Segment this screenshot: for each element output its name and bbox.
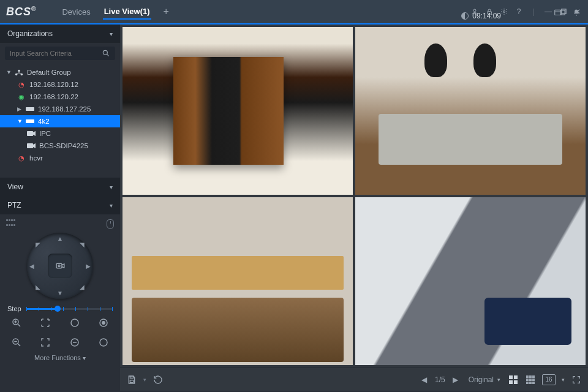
svg-point-17 [71, 319, 78, 326]
svg-rect-13 [27, 143, 33, 148]
tree-device[interactable]: ◔ 192.168.120.12 [0, 78, 120, 91]
tree-device[interactable]: ◔ hcvr [0, 152, 120, 164]
svg-rect-5 [555, 10, 562, 15]
save-icon[interactable] [126, 374, 137, 385]
zoom-out-icon[interactable] [10, 336, 23, 349]
svg-rect-35 [526, 382, 529, 384]
video-tile-2[interactable] [355, 27, 586, 195]
layout-4-icon[interactable] [508, 374, 519, 385]
ptz-left-icon[interactable]: ◀ [29, 263, 34, 270]
aux-off-icon[interactable] [97, 336, 110, 349]
svg-rect-14 [56, 263, 62, 268]
aux-on-icon[interactable] [97, 316, 110, 330]
video-tile-1[interactable] [123, 27, 353, 195]
tab-add[interactable]: + [162, 4, 170, 20]
ptz-header[interactable]: PTZ ▾ [0, 196, 120, 214]
search-input[interactable] [10, 50, 102, 57]
tab-devices[interactable]: Devices [61, 5, 91, 19]
caret-right-icon: ▶ [17, 106, 22, 112]
search-box[interactable] [5, 47, 115, 60]
camera-icon [27, 141, 36, 150]
view-header[interactable]: View ▾ [0, 178, 120, 196]
svg-point-15 [58, 265, 60, 267]
svg-rect-11 [26, 119, 34, 123]
focus-far-icon[interactable] [39, 336, 52, 349]
divider-icon: | [529, 7, 538, 16]
tree-label: 192.168.120.22 [29, 93, 78, 100]
ptz-preset-grid-icon[interactable] [6, 219, 17, 228]
chevron-down-icon[interactable]: ▾ [562, 377, 565, 383]
ptz-down-icon[interactable]: ▼ [57, 290, 63, 296]
more-functions[interactable]: More Functions ▾ [6, 354, 114, 366]
aspect-ratio-label: Original [469, 375, 494, 384]
step-slider[interactable] [26, 308, 113, 310]
page-next-icon[interactable]: ▶ [450, 374, 461, 385]
minimize-icon[interactable]: — [544, 7, 552, 16]
svg-rect-30 [529, 375, 532, 378]
tree-channel[interactable]: IPC [0, 127, 120, 140]
ptz-se-icon[interactable]: ◢ [80, 284, 85, 290]
nvr-icon [26, 117, 34, 126]
layout-toggle-icon[interactable] [552, 7, 564, 18]
tree-default-group[interactable]: ▼ Default Group [0, 66, 120, 78]
svg-rect-27 [509, 380, 513, 384]
svg-rect-36 [529, 382, 532, 384]
search-icon[interactable] [102, 49, 110, 58]
refresh-icon[interactable] [153, 374, 164, 385]
fullscreen-icon[interactable] [571, 374, 582, 385]
ptz-wheel[interactable]: ▲ ▼ ◀ ▶ ◥ ◤ ◢ ◣ [27, 233, 93, 299]
focus-near-icon[interactable] [39, 316, 52, 330]
mouse-control-icon[interactable] [107, 219, 114, 229]
video-tile-4[interactable] [355, 197, 586, 365]
chevron-down-icon: ▾ [497, 377, 500, 383]
svg-rect-33 [529, 379, 532, 381]
svg-rect-10 [26, 107, 34, 111]
iris-close-icon[interactable] [68, 336, 81, 349]
ptz-right-icon[interactable]: ▶ [86, 263, 91, 270]
tree-4k2[interactable]: ▼ 4k2 [0, 115, 120, 127]
svg-rect-29 [526, 375, 529, 378]
ptz-panel: ▲ ▼ ◀ ▶ ◥ ◤ ◢ ◣ Step [0, 214, 120, 370]
video-tile-3[interactable] [123, 197, 353, 365]
help-icon[interactable]: ? [514, 7, 523, 16]
ptz-ne-icon[interactable]: ◥ [80, 241, 85, 248]
ptz-sw-icon[interactable]: ◣ [36, 284, 40, 290]
page-indicator: 1/5 [435, 375, 445, 384]
clock: 09:14:09 [461, 12, 501, 20]
chevron-down-icon[interactable]: ▾ [143, 377, 146, 383]
status-offline-icon: ◔ [17, 80, 26, 89]
bell-icon[interactable] [571, 7, 582, 18]
chevron-down-icon: ▾ [110, 202, 113, 209]
svg-point-6 [103, 50, 107, 55]
tree-device[interactable]: ◉ 192.168.120.22 [0, 91, 120, 103]
tree-channel[interactable]: BCS-SDIP4225 [0, 140, 120, 152]
tab-live-view[interactable]: Live View(1) [103, 4, 151, 20]
chevron-down-icon: ▾ [110, 184, 113, 190]
tree-label: 192.168.127.225 [38, 105, 91, 113]
iris-open-icon[interactable] [68, 316, 81, 330]
ptz-nw-icon[interactable]: ◤ [36, 241, 40, 248]
view-label: View [7, 183, 23, 191]
tree-label: hcvr [29, 154, 43, 162]
aspect-ratio-select[interactable]: Original ▾ [469, 375, 500, 384]
svg-rect-24 [130, 380, 133, 382]
layout-custom-button[interactable]: 16 [542, 374, 556, 385]
caret-down-icon: ▼ [6, 69, 11, 75]
svg-rect-37 [532, 382, 535, 384]
sidebar: Organizations ▾ ▼ Default Group ◔ 192.16… [0, 24, 120, 368]
tree-label: 4k2 [38, 118, 50, 125]
svg-rect-23 [130, 376, 133, 378]
tree-nvr[interactable]: ▶ 192.168.127.225 [0, 103, 120, 115]
page-prev-icon[interactable]: ◀ [419, 374, 430, 385]
svg-point-19 [102, 322, 105, 325]
step-label: Step [7, 305, 21, 312]
chevron-down-icon: ▾ [110, 31, 113, 37]
organizations-header[interactable]: Organizations ▾ [0, 24, 120, 43]
ptz-up-icon[interactable]: ▲ [57, 235, 63, 242]
device-tree: ▼ Default Group ◔ 192.168.120.12 ◉ 192.1… [0, 64, 120, 170]
ptz-label: PTZ [7, 201, 21, 209]
ptz-hub-icon[interactable] [48, 254, 72, 278]
layout-9-icon[interactable] [525, 374, 536, 385]
gear-icon[interactable] [500, 7, 508, 16]
zoom-in-icon[interactable] [10, 316, 23, 330]
